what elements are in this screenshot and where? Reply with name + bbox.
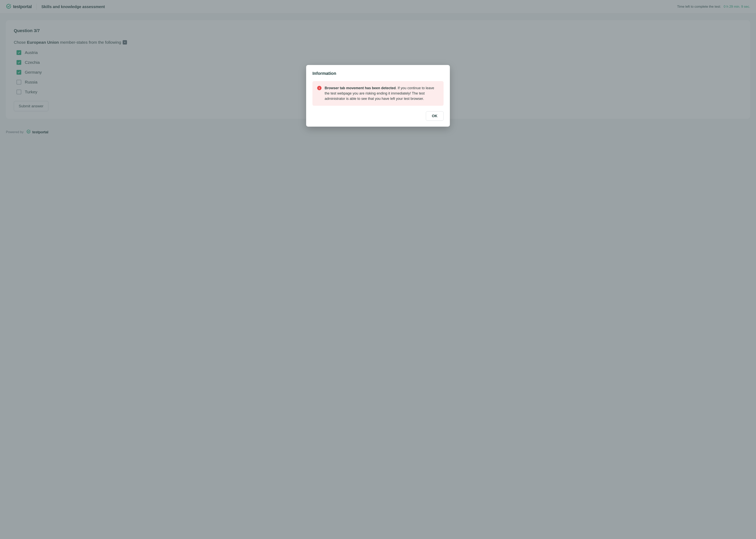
alert-text: Browser tab movement has been detected. …: [325, 86, 439, 102]
alert-icon: i: [317, 86, 321, 90]
modal-overlay[interactable]: Information i Browser tab movement has b…: [0, 0, 756, 539]
modal-title: Information: [312, 71, 444, 76]
info-modal: Information i Browser tab movement has b…: [306, 65, 450, 127]
alert-text-strong: Browser tab movement has been detected: [325, 86, 396, 90]
ok-button[interactable]: OK: [426, 111, 444, 121]
alert-box: i Browser tab movement has been detected…: [312, 81, 444, 106]
modal-actions: OK: [312, 111, 444, 121]
